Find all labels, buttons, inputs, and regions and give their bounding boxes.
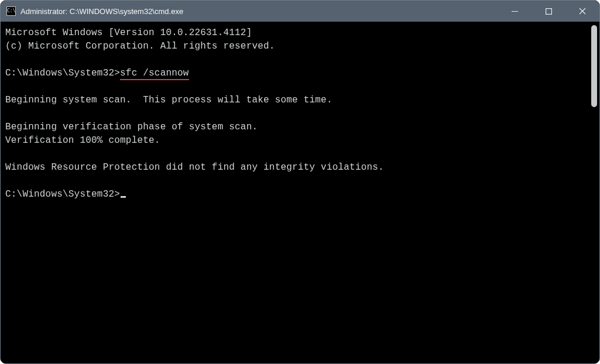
- prompt-2: C:\Windows\System32>: [5, 189, 120, 200]
- line-verify-complete: Verification 100% complete.: [5, 135, 160, 146]
- cmd-app-icon: C:\: [6, 6, 16, 16]
- close-icon: [579, 8, 586, 15]
- terminal-area[interactable]: Microsoft Windows [Version 10.0.22631.41…: [1, 22, 599, 363]
- svg-rect-1: [546, 8, 551, 14]
- cmd-window: C:\ Administrator: C:\WINDOWS\system32\c…: [0, 0, 600, 364]
- minimize-button[interactable]: [498, 1, 532, 22]
- titlebar[interactable]: C:\ Administrator: C:\WINDOWS\system32\c…: [1, 1, 599, 22]
- maximize-button[interactable]: [532, 1, 565, 22]
- terminal-output: Microsoft Windows [Version 10.0.22631.41…: [1, 22, 599, 201]
- maximize-icon: [546, 8, 552, 15]
- line-verify-phase: Beginning verification phase of system s…: [5, 122, 258, 132]
- minimize-icon: [512, 8, 518, 15]
- close-button[interactable]: [565, 1, 599, 22]
- command-sfc-scannow: sfc /scannow: [120, 68, 189, 80]
- prompt-1: C:\Windows\System32>: [5, 68, 120, 78]
- line-begin-scan: Beginning system scan. This process will…: [5, 95, 332, 105]
- scrollbar-thumb[interactable]: [591, 25, 597, 107]
- line-result: Windows Resource Protection did not find…: [5, 162, 384, 173]
- text-cursor: [121, 196, 126, 198]
- line-copyright: (c) Microsoft Corporation. All rights re…: [5, 41, 275, 51]
- window-title: Administrator: C:\WINDOWS\system32\cmd.e…: [20, 7, 183, 16]
- line-version: Microsoft Windows [Version 10.0.22631.41…: [5, 28, 252, 38]
